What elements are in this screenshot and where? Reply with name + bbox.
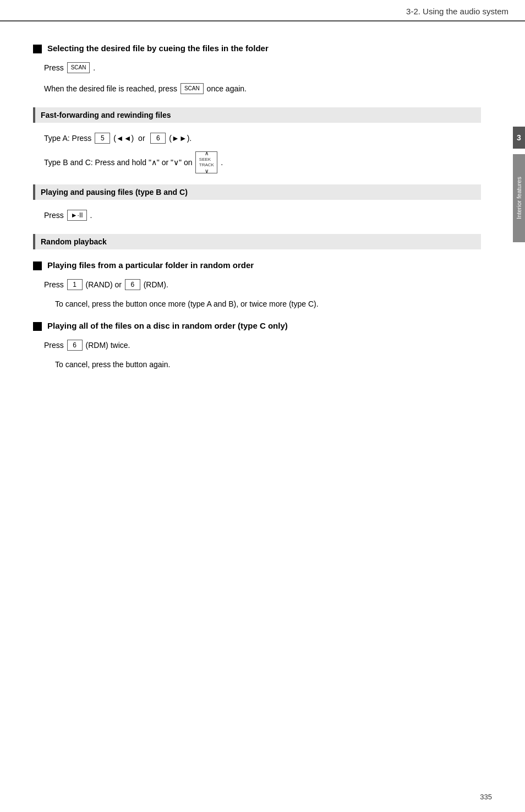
main-content: Selecting the desired file by cueing the… [0,21,525,397]
section-bar-fast-forward: Fast-forwarding and rewinding files [33,107,481,123]
seek-up-icon: ∧ [205,150,209,157]
play-pause-button[interactable]: ►·II [67,210,87,221]
type-bc-dot: . [218,155,223,170]
fast-forward-title: Fast-forwarding and rewinding files [41,111,171,119]
type-bc-line: Type B and C: Press and hold "∧" or "∨" … [44,151,481,173]
section-random-folder: Playing files from a particular folder i… [33,260,481,270]
press-rand-line: Press 1 (RAND) or 6 (RDM). [44,277,481,292]
btn-6-c[interactable]: 6 [67,340,83,351]
header-title: 3-2. Using the audio system [406,7,508,16]
section-random-disc: Playing all of the files on a disc in ra… [33,321,481,331]
page-number-side: 3 [513,127,525,149]
random-title: Random playback [41,237,107,246]
cancel-rdm-text: To cancel, press the button again. [55,358,481,370]
section-selecting-title: Selecting the desired file by cueing the… [47,43,269,53]
sidebar-label: Interior features [513,154,525,242]
or-text-1: or [138,130,145,146]
black-square-icon-2 [33,261,42,270]
when-desired-end: once again. [205,81,247,96]
seek-track-button[interactable]: ∧ SEEKTRACK ∨ [195,151,217,173]
type-a-right: (►►). [167,130,192,146]
seek-down-icon: ∨ [205,168,209,175]
btn-6-a[interactable]: 6 [150,133,166,144]
press-rand-label: (RAND) or [84,277,124,292]
press-rand-text: Press [44,277,66,292]
press-scan-1-dot: . [91,60,95,75]
press-scan-1-text: Press [44,60,66,75]
press-rdm-text: Press [44,337,66,353]
scan-button-2[interactable]: SCAN [181,83,204,94]
scan-button-1[interactable]: SCAN [67,62,90,73]
type-a-line: Type A: Press 5 (◄◄) or 6 (►►). [44,130,481,146]
type-bc-text: Type B and C: Press and hold "∧" or "∨" … [44,155,194,170]
btn-5[interactable]: 5 [95,133,110,144]
btn-1[interactable]: 1 [67,279,83,290]
playing-title: Playing and pausing files (type B and C) [41,188,188,197]
type-a-left: (◄◄) [111,130,136,146]
type-a-or-space [147,130,150,146]
press-scan-1-line: Press SCAN . [44,60,481,75]
section-selecting: Selecting the desired file by cueing the… [33,43,481,53]
section-bar-playing: Playing and pausing files (type B and C) [33,184,481,200]
press-rdm-line: Press 6 (RDM) twice. [44,337,481,353]
bottom-page-number: 335 [480,793,492,801]
press-rand-rdm: (RDM). [141,277,168,292]
type-a-text: Type A: Press [44,130,94,146]
press-rdm-twice: (RDM) twice. [84,337,130,353]
when-desired-line: When the desired file is reached, press … [44,81,481,96]
press-play-dot: . [88,208,92,223]
sidebar-label-text: Interior features [516,177,522,219]
when-desired-text: When the desired file is reached, press [44,81,179,96]
random-folder-title: Playing files from a particular folder i… [47,260,254,270]
black-square-icon-3 [33,322,42,331]
black-square-icon [33,45,42,53]
section-bar-random: Random playback [33,234,481,249]
seek-label: SEEKTRACK [199,157,214,167]
press-play-text: Press [44,208,66,223]
cancel-rand-text: To cancel, press the button once more (t… [55,298,481,310]
header-bar: 3-2. Using the audio system [0,0,525,21]
page-container: 3-2. Using the audio system 3 Interior f… [0,0,525,812]
btn-6-b[interactable]: 6 [125,279,140,290]
press-play-line: Press ►·II . [44,208,481,223]
random-disc-title: Playing all of the files on a disc in ra… [47,321,288,330]
